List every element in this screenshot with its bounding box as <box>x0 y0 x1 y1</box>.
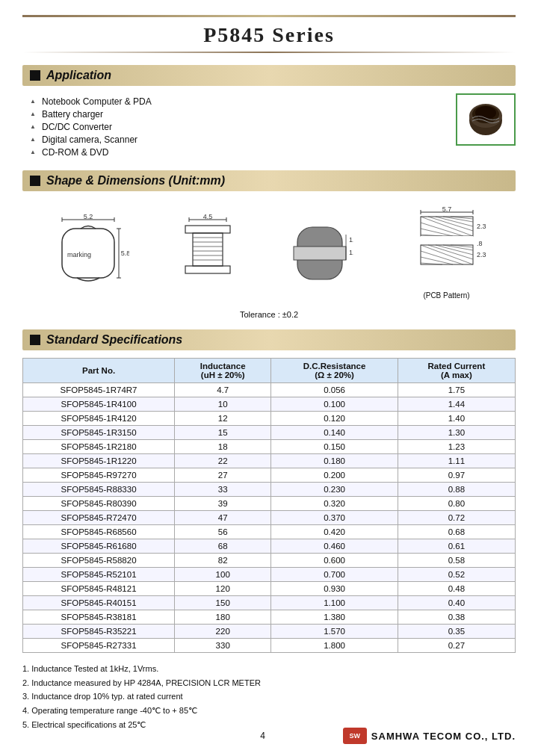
cell-8-2: 0.320 <box>271 497 398 511</box>
table-row: SFOP5845-1R3150150.1401.30 <box>23 426 516 440</box>
svg-text:1.6: 1.6 <box>349 236 353 244</box>
cell-14-2: 0.930 <box>271 582 398 596</box>
cell-0-3: 1.75 <box>398 383 515 397</box>
cell-13-0: SFOP5845-R52101 <box>23 568 175 582</box>
drawing-topview: 5.2 5.8 marking <box>47 212 129 294</box>
cell-7-0: SFOP5845-R88330 <box>23 483 175 497</box>
cell-7-3: 0.88 <box>398 483 515 497</box>
cell-4-0: SFOP5845-1R2180 <box>23 440 175 454</box>
cell-17-1: 220 <box>175 625 271 639</box>
table-row: SFOP5845-R61680680.4600.61 <box>23 539 516 554</box>
col-resistance: D.C.Resistance(Ω ± 20%) <box>271 359 398 383</box>
svg-line-51 <box>428 245 473 259</box>
table-row: SFOP5845-R481211200.9300.48 <box>23 582 516 596</box>
cell-3-3: 1.30 <box>398 426 515 440</box>
cell-8-3: 0.80 <box>398 497 515 511</box>
cell-12-2: 0.600 <box>271 554 398 568</box>
dimensions-title: Shape & Dimensions (Unit:mm) <box>46 174 225 188</box>
application-list-item: DC/DC Converter <box>30 122 441 132</box>
section-square-icon3 <box>30 335 40 345</box>
cell-2-3: 1.40 <box>398 412 515 426</box>
specs-section: Part No. Inductance(uH ± 20%) D.C.Resist… <box>22 358 516 653</box>
cell-15-1: 150 <box>175 596 271 610</box>
dimensions-header: Shape & Dimensions (Unit:mm) <box>22 170 516 191</box>
application-section: Notebook Computer & PDABattery chargerDC… <box>22 93 516 160</box>
cell-11-0: SFOP5845-R61680 <box>23 539 175 554</box>
topview-svg: 5.2 5.8 marking <box>47 212 129 294</box>
cell-16-1: 180 <box>175 610 271 625</box>
cell-9-0: SFOP5845-R72470 <box>23 511 175 525</box>
cell-15-0: SFOP5845-R40151 <box>23 596 175 610</box>
cell-16-3: 0.38 <box>398 610 515 625</box>
notes-items: 1. Inductance Tested at 1kHz, 1Vrms.2. I… <box>22 662 516 731</box>
application-list-item: Notebook Computer & PDA <box>30 96 441 107</box>
drawing-sideview: 4.5 <box>178 212 238 294</box>
cell-7-2: 0.230 <box>271 483 398 497</box>
svg-text:2.3: 2.3 <box>477 223 486 230</box>
pcb-svg: 5.7 2.3 .8 <box>402 206 492 288</box>
cell-6-3: 0.97 <box>398 468 515 483</box>
table-row: SFOP5845-R273313301.8000.27 <box>23 639 516 653</box>
cell-12-1: 82 <box>175 554 271 568</box>
cell-13-3: 0.52 <box>398 568 515 582</box>
cell-2-0: SFOP5845-1R4120 <box>23 412 175 426</box>
cell-17-3: 0.35 <box>398 625 515 639</box>
table-row: SFOP5845-R88330330.2300.88 <box>23 483 516 497</box>
svg-point-3 <box>475 106 496 120</box>
cell-6-0: SFOP5845-R97270 <box>23 468 175 483</box>
cell-16-0: SFOP5845-R38181 <box>23 610 175 625</box>
note-item: 3. Inductance drop 10% typ. at rated cur… <box>22 690 516 704</box>
cell-11-1: 68 <box>175 539 271 554</box>
note-item: 2. Inductance measured by HP 4284A, PREC… <box>22 676 516 690</box>
page-title: P5845 Series <box>22 23 516 47</box>
cell-0-1: 4.7 <box>175 383 271 397</box>
cell-0-2: 0.056 <box>271 383 398 397</box>
page-number: 4 <box>260 731 265 741</box>
cell-8-0: SFOP5845-R80390 <box>23 497 175 511</box>
svg-text:2.3: 2.3 <box>477 251 486 258</box>
svg-rect-48 <box>421 236 473 245</box>
table-row: SFOP5845-R521011000.7000.52 <box>23 568 516 582</box>
svg-line-39 <box>428 217 473 231</box>
cell-14-1: 120 <box>175 582 271 596</box>
frontview-svg: 1.6 1.5 <box>286 212 353 294</box>
cell-5-3: 1.11 <box>398 454 515 468</box>
svg-rect-18 <box>185 226 230 233</box>
cell-0-0: SFOP5845-1R74R7 <box>23 383 175 397</box>
cell-7-1: 33 <box>175 483 271 497</box>
dimensions-section: 5.2 5.8 marking <box>22 199 516 319</box>
specs-title: Standard Specifications <box>46 333 182 347</box>
table-row: SFOP5845-1R4120120.1201.40 <box>23 412 516 426</box>
sideview-svg: 4.5 <box>178 212 238 294</box>
cell-14-0: SFOP5845-R48121 <box>23 582 175 596</box>
cell-18-2: 1.800 <box>271 639 398 653</box>
table-row: SFOP5845-1R4100100.1001.44 <box>23 397 516 412</box>
component-svg <box>463 99 508 140</box>
cell-9-3: 0.72 <box>398 511 515 525</box>
cell-3-0: SFOP5845-1R3150 <box>23 426 175 440</box>
section-square-icon <box>30 70 40 81</box>
table-row: SFOP5845-R58820820.6000.58 <box>23 554 516 568</box>
footer-page: 4 <box>182 731 342 741</box>
svg-text:5.8: 5.8 <box>120 250 129 257</box>
cell-9-2: 0.370 <box>271 511 398 525</box>
component-image-box <box>456 93 516 146</box>
cell-2-2: 0.120 <box>271 412 398 426</box>
col-current: Rated Current(A max) <box>398 359 515 383</box>
cell-9-1: 47 <box>175 511 271 525</box>
cell-17-2: 1.570 <box>271 625 398 639</box>
application-list-item: Digital camera, Scanner <box>30 134 441 145</box>
cell-12-3: 0.58 <box>398 554 515 568</box>
pcb-label: (PCB Pattern) <box>423 291 469 300</box>
cell-12-0: SFOP5845-R58820 <box>23 554 175 568</box>
cell-4-3: 1.23 <box>398 440 515 454</box>
table-row: SFOP5845-R68560560.4200.68 <box>23 525 516 539</box>
table-row: SFOP5845-1R74R74.70.0561.75 <box>23 383 516 397</box>
cell-10-0: SFOP5845-R68560 <box>23 525 175 539</box>
cell-10-2: 0.420 <box>271 525 398 539</box>
cell-18-1: 330 <box>175 639 271 653</box>
cell-4-1: 18 <box>175 440 271 454</box>
title-underline <box>22 52 516 53</box>
cell-5-2: 0.180 <box>271 454 398 468</box>
cell-17-0: SFOP5845-R35221 <box>23 625 175 639</box>
